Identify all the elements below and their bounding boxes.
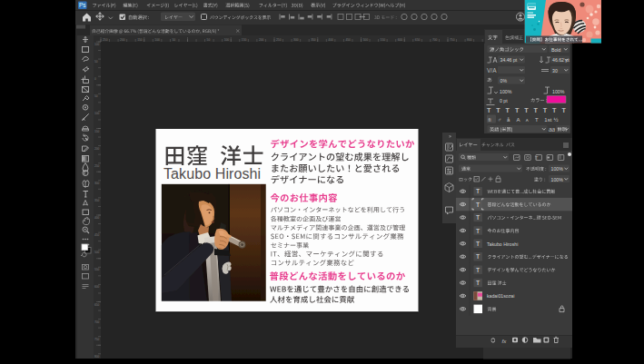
svg-text:50: 50 [94,94,98,98]
svg-text:ᴀ: ᴀ [526,117,529,123]
svg-text:T: T [543,106,548,114]
svg-text:150: 150 [94,130,100,133]
svg-text:650: 650 [94,303,100,307]
svg-text:T: T [524,106,529,114]
svg-text:700: 700 [432,38,438,42]
svg-text:kadai01sozai: kadai01sozai [487,293,514,299]
svg-text:700: 700 [94,320,100,324]
svg-text:T: T [487,106,491,114]
svg-text:T: T [476,253,480,260]
svg-text:200: 200 [259,38,264,42]
svg-text:A: A [516,117,520,123]
svg-text:750: 750 [94,338,100,341]
svg-text:T: T [476,241,480,247]
svg-text:550: 550 [381,38,386,42]
svg-text:T: T [552,106,557,114]
svg-text:800: 800 [94,355,100,359]
svg-text:0: 0 [94,77,96,81]
svg-text:100%: 100% [551,177,564,182]
svg-text:50: 50 [94,60,98,64]
svg-text:30: 30 [552,68,558,74]
svg-text:T: T [535,117,539,123]
svg-text:T: T [476,202,480,208]
svg-text:fi: fi [489,117,491,123]
svg-text:550: 550 [94,268,100,271]
svg-text:T: T [515,106,520,114]
svg-text:T: T [476,188,480,194]
svg-text:V/A: V/A [487,67,497,74]
svg-text:400: 400 [94,216,100,220]
svg-text:150: 150 [137,38,143,42]
svg-text:100: 100 [154,38,160,42]
svg-text:T: T [476,228,480,234]
svg-text:0 pt: 0 pt [500,98,508,103]
svg-text:300: 300 [94,182,100,185]
svg-text:Takubo Hiroshi: Takubo Hiroshi [487,241,518,247]
svg-text:250: 250 [276,38,282,42]
svg-text:50: 50 [207,38,211,42]
svg-text:150: 150 [242,38,247,42]
svg-text:Ps: Ps [79,2,86,8]
svg-text:200: 200 [120,38,125,42]
svg-text:600: 600 [94,285,100,289]
svg-text:100%: 100% [551,166,564,172]
svg-text:400: 400 [328,38,333,42]
svg-text:100: 100 [224,38,230,42]
svg-text:800: 800 [467,38,472,42]
svg-text:T: T [476,267,480,273]
svg-text:T: T [506,106,510,114]
svg-text:T: T [561,106,566,114]
svg-text:♂: ♂ [498,117,502,123]
svg-text:Bold: Bold [551,47,560,53]
svg-text:450: 450 [94,233,100,237]
svg-text:450: 450 [345,38,351,42]
svg-text:½: ½ [554,117,559,123]
svg-text:250: 250 [103,38,108,42]
svg-text:T: T [476,214,480,221]
svg-text:100: 100 [94,112,100,115]
svg-text:T: T [476,280,480,286]
svg-text:200: 200 [94,147,100,151]
svg-text:750: 750 [450,38,455,42]
svg-text:100%: 100% [552,89,565,94]
svg-text:46.62 pt: 46.62 pt [552,57,570,63]
svg-text:250: 250 [94,164,100,168]
svg-text:34.46 pt: 34.46 pt [500,57,518,63]
svg-text:100: 100 [94,43,100,46]
svg-text:aa: aa [549,126,556,133]
svg-text:350: 350 [94,199,100,202]
svg-text:T: T [496,106,500,114]
svg-text:500: 500 [94,251,100,254]
svg-text:500: 500 [363,38,369,42]
svg-text:100%: 100% [500,89,512,94]
svg-text:50: 50 [172,38,175,42]
svg-text:350: 350 [311,38,316,42]
svg-text:0%: 0% [500,78,508,84]
svg-text:1st: 1st [544,117,551,123]
svg-text:Takubo Hiroshi: Takubo Hiroshi [163,166,261,182]
svg-text:650: 650 [415,38,421,42]
svg-text:300: 300 [293,38,299,42]
svg-text:T: T [534,106,539,114]
svg-text:600: 600 [398,38,403,42]
